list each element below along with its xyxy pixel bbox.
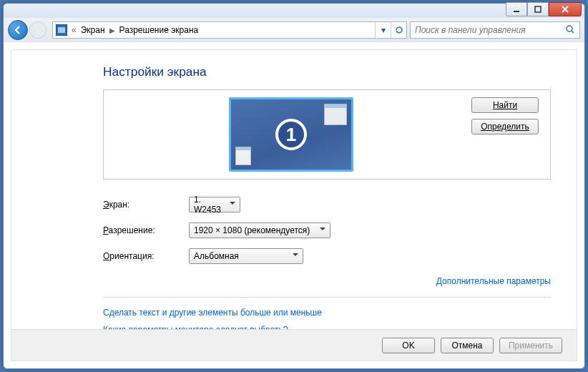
display-preview-box: 1 Найти Определить <box>103 89 551 180</box>
text-size-link[interactable]: Сделать текст и другие элементы больше и… <box>103 308 551 318</box>
nav-bar: « Экран ▶ Разрешение экрана ▾ <box>4 18 584 42</box>
breadcrumb-item[interactable]: Экран <box>81 25 105 35</box>
address-bar[interactable]: « Экран ▶ Разрешение экрана ▾ <box>52 21 407 39</box>
close-button[interactable] <box>549 2 582 16</box>
cancel-button[interactable]: Отмена <box>441 338 494 353</box>
back-button[interactable] <box>8 20 28 40</box>
titlebar[interactable] <box>4 4 584 18</box>
control-panel-icon <box>56 24 67 36</box>
breadcrumb-chevron: « <box>72 25 77 35</box>
window-thumb-icon <box>324 104 347 125</box>
search-input[interactable] <box>415 25 565 35</box>
maximize-button[interactable] <box>527 2 549 16</box>
page-title: Настройки экрана <box>103 64 551 79</box>
address-dropdown[interactable]: ▾ <box>375 22 391 38</box>
button-bar: OK Отмена Применить <box>11 329 577 361</box>
advanced-settings-link[interactable]: Дополнительные параметры <box>436 276 551 286</box>
chevron-icon: ▶ <box>109 26 115 34</box>
search-box[interactable] <box>410 21 580 39</box>
orientation-label: Ориентация: <box>103 251 189 261</box>
window-thumb-icon <box>235 147 251 165</box>
orientation-select[interactable]: Альбомная <box>189 248 303 264</box>
minimize-button[interactable] <box>506 2 527 16</box>
svg-rect-1 <box>535 6 541 12</box>
ok-button[interactable]: OK <box>382 338 435 353</box>
svg-line-5 <box>572 31 574 33</box>
monitor-preview[interactable]: 1 <box>229 97 353 172</box>
resolution-label: Разрешение: <box>103 225 189 235</box>
search-icon[interactable] <box>565 24 575 36</box>
monitor-number: 1 <box>275 119 307 150</box>
resolution-select[interactable]: 1920 × 1080 (рекомендуется) <box>189 222 330 238</box>
window-frame: « Экран ▶ Разрешение экрана ▾ Настройки … <box>3 3 585 369</box>
apply-button: Применить <box>499 338 562 353</box>
breadcrumb-item[interactable]: Разрешение экрана <box>119 25 199 35</box>
find-button[interactable]: Найти <box>471 97 539 113</box>
forward-button <box>29 21 46 39</box>
separator <box>103 297 551 298</box>
content-area: Настройки экрана 1 Найти Определить Экра… <box>11 49 577 361</box>
screen-select[interactable]: 1. W2453 <box>189 197 240 212</box>
detect-button[interactable]: Определить <box>471 119 539 134</box>
screen-label: Экран: <box>103 200 189 210</box>
svg-point-4 <box>567 26 572 31</box>
refresh-button[interactable] <box>391 22 406 38</box>
